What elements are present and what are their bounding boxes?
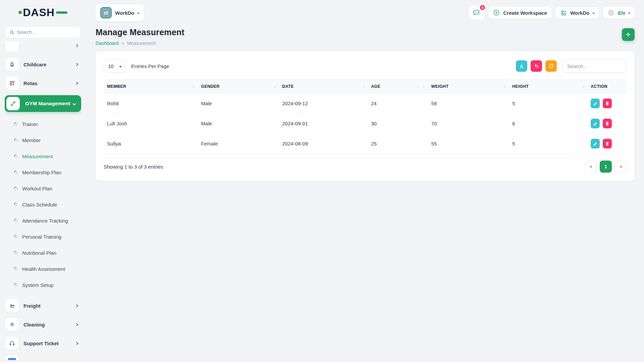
sort-icon[interactable]: ↑↓ — [503, 85, 505, 88]
sort-icon[interactable]: ↑↓ — [582, 85, 584, 88]
column-header[interactable]: HEIGHT ↑↓ — [509, 80, 587, 94]
edit-row-button[interactable] — [591, 119, 600, 128]
cleaning-sparkle-icon — [5, 318, 19, 331]
column-header[interactable]: AGE ↑↓ — [368, 80, 428, 94]
pagination-next-button[interactable] — [614, 161, 627, 173]
headphones-icon — [5, 337, 19, 350]
workspace-name: WorkDo — [115, 10, 134, 16]
chevron-down-icon — [628, 11, 630, 14]
google-calendar-icon: 31 — [8, 358, 16, 360]
submenu-item[interactable]: Health Assessment — [14, 261, 81, 277]
pencil-icon — [593, 141, 597, 146]
cell-age: 24 — [368, 94, 428, 114]
sidebar-item-calendar[interactable]: 31 Calendar — [5, 355, 80, 360]
main-content: WorkDo 0 Create Workspace WorkDo — [86, 0, 644, 362]
breadcrumb-dashboard-link[interactable]: Dashboard — [96, 41, 119, 46]
column-header[interactable]: DATE ↑↓ — [279, 80, 368, 94]
column-header[interactable]: ACTION ↑↓ — [587, 80, 627, 94]
sort-icon[interactable]: ↑↓ — [362, 85, 364, 88]
chevron-right-icon — [75, 323, 78, 326]
cell-gender: Female — [198, 134, 279, 154]
delete-row-button[interactable] — [603, 139, 612, 148]
submenu-item[interactable]: Attendance Tracking — [14, 213, 81, 229]
sidebar-item-support-ticket[interactable]: Support Ticket — [5, 337, 80, 350]
sidebar-item-gym-management[interactable]: GYM Management — [5, 95, 81, 112]
add-measurement-button[interactable] — [622, 28, 635, 41]
edit-row-button[interactable] — [591, 139, 600, 148]
submenu-item[interactable]: Workout Plan — [14, 180, 81, 196]
undo-arrow-icon — [534, 63, 539, 69]
download-icon — [519, 63, 524, 69]
submenu-item[interactable]: Class Schedule — [14, 196, 81, 213]
cell-member: Lufi Josh — [104, 114, 198, 134]
entries-summary: Showing 1 to 3 of 3 entries — [104, 164, 163, 170]
app-logo[interactable]: DASH — [5, 0, 81, 25]
app-root: DASH Childcare — [0, 0, 644, 362]
cell-gender: Male — [198, 114, 279, 134]
chevron-right-icon — [75, 342, 78, 345]
bullet-icon — [13, 266, 18, 271]
sort-icon[interactable]: ↑↓ — [273, 85, 275, 88]
submenu-item[interactable]: Nutritional Plan — [14, 245, 81, 261]
pagination-page-1[interactable]: 1 — [600, 161, 612, 173]
trash-icon — [605, 101, 609, 106]
submenu-item[interactable]: Personal Training — [14, 229, 81, 245]
sidebar-item-cleaning[interactable]: Cleaning — [5, 318, 80, 331]
entries-per-page-label: Entries Per Page — [131, 63, 169, 69]
table-search-input[interactable] — [562, 59, 627, 73]
dumbbell-icon — [6, 97, 20, 110]
company-menu[interactable]: WorkDo — [556, 7, 599, 19]
submenu-item[interactable]: Measurement — [14, 148, 81, 164]
cell-date: 2024-09-12 — [279, 94, 368, 114]
breadcrumb: Dashboard Measurement — [96, 41, 184, 46]
table-header-row: MEMBER ↑↓ GENDER ↑↓ — [104, 80, 627, 94]
column-header[interactable]: MEMBER ↑↓ — [104, 80, 198, 94]
reset-button[interactable] — [531, 60, 542, 72]
submenu-item[interactable]: System Setup — [14, 277, 81, 293]
table-footer: Showing 1 to 3 of 3 entries 1 — [104, 161, 627, 173]
company-menu-label: WorkDo — [570, 10, 589, 16]
chevron-down-icon — [592, 11, 595, 14]
export-button[interactable] — [516, 60, 527, 72]
entries-per-page-select[interactable]: 10 — [104, 59, 126, 73]
pagination-prev-button[interactable] — [585, 161, 597, 173]
workspace-switcher[interactable]: WorkDo — [96, 4, 144, 21]
chevron-right-icon — [121, 42, 124, 44]
submenu-item[interactable]: Member — [14, 132, 81, 148]
topbar: WorkDo 0 Create Workspace WorkDo — [86, 0, 644, 24]
create-workspace-button[interactable]: Create Workspace — [488, 7, 552, 19]
chevron-left-icon — [590, 165, 592, 168]
chat-bubble-icon — [473, 9, 480, 16]
column-header[interactable]: GENDER ↑↓ — [198, 80, 279, 94]
sidebar-search[interactable] — [5, 26, 80, 38]
sidebar-item-partial[interactable] — [5, 42, 80, 52]
pencil-icon — [593, 101, 597, 106]
chevron-right-icon — [75, 81, 78, 85]
chevron-down-icon — [137, 11, 140, 14]
delete-row-button[interactable] — [603, 99, 612, 108]
sidebar-item-childcare[interactable]: Childcare — [5, 58, 80, 71]
delete-row-button[interactable] — [603, 119, 612, 128]
column-header[interactable]: WEIGHT ↑↓ — [428, 80, 509, 94]
bullet-icon — [13, 283, 18, 287]
refresh-button[interactable] — [545, 60, 557, 72]
sort-icon[interactable]: ↑↓ — [423, 85, 425, 88]
language-selector[interactable]: EN — [603, 7, 635, 19]
sidebar-item-rotas[interactable]: Rotas — [5, 76, 80, 90]
edit-row-button[interactable] — [591, 99, 600, 108]
messages-badge: 0 — [479, 4, 486, 11]
bullet-icon — [13, 122, 18, 126]
sidebar-menu: Childcare Rotas GYM Management — [5, 42, 81, 360]
chevron-right-icon — [619, 165, 622, 168]
bullet-icon — [13, 138, 18, 142]
cell-date: 2024-08-09 — [279, 134, 368, 154]
page-title: Manage Measurement — [96, 27, 184, 37]
logo-dot — [18, 11, 22, 14]
sidebar-search-input[interactable] — [17, 29, 76, 35]
sidebar-item-freight[interactable]: Freight — [5, 299, 80, 312]
sort-icon[interactable]: ↑↓ — [193, 85, 195, 88]
submenu-item[interactable]: Membership Plan — [14, 164, 81, 180]
chevron-right-icon — [75, 63, 78, 66]
submenu-item[interactable]: Trainer — [14, 116, 81, 132]
messages-button[interactable]: 0 — [469, 6, 484, 20]
